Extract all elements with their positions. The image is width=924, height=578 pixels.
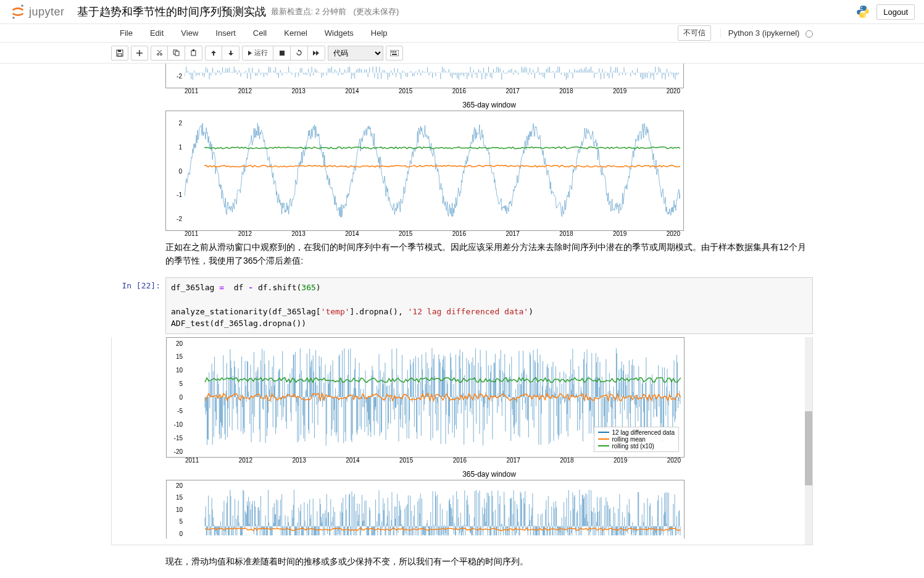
keyboard-icon	[390, 50, 399, 56]
logo-text: jupyter	[29, 6, 65, 19]
save-icon	[116, 49, 123, 57]
paste-icon	[190, 49, 197, 56]
svg-rect-19	[391, 51, 393, 52]
svg-rect-14	[175, 51, 179, 56]
stop-icon	[280, 51, 285, 56]
menu-edit[interactable]: Edit	[141, 25, 172, 41]
add-cell-button[interactable]	[131, 46, 148, 61]
toolbar: 运行 代码	[0, 43, 924, 64]
chart-output-1: -2 2011201220132014201520162017201820192…	[165, 64, 813, 231]
code-input[interactable]: df_365lag = df - df.shift(365) analyze_s…	[165, 277, 813, 334]
svg-point-1	[12, 17, 15, 19]
copy-button[interactable]	[168, 46, 185, 61]
chart3-legend: 12 lag differenced data rolling mean rol…	[594, 427, 679, 452]
kernel-name[interactable]: Python 3 (ipykernel)	[720, 28, 813, 38]
svg-rect-17	[280, 51, 285, 56]
chart4-svg	[185, 484, 681, 535]
chart2-title: 365-day window	[165, 99, 813, 111]
code-cell[interactable]: In [22]: df_365lag = df - df.shift(365) …	[111, 277, 813, 334]
svg-point-3	[864, 15, 865, 17]
arrow-up-icon	[210, 50, 217, 56]
restart-run-all-button[interactable]	[308, 46, 325, 61]
run-button[interactable]: 运行	[242, 46, 273, 61]
interrupt-button[interactable]	[273, 46, 291, 61]
menu-help[interactable]: Help	[362, 25, 396, 41]
menubar: File Edit View Insert Cell Kernel Widget…	[0, 24, 924, 43]
menu-insert[interactable]: Insert	[207, 25, 244, 41]
svg-point-2	[861, 7, 862, 8]
paste-button[interactable]	[185, 46, 202, 61]
plus-icon	[136, 50, 143, 56]
chart4-title: 365-day window	[166, 469, 812, 480]
prompt: In [22]:	[111, 277, 165, 334]
jupyter-icon	[9, 3, 27, 20]
checkpoint-status: 最新检查点: 2 分钟前	[271, 6, 346, 17]
markdown-cell-1[interactable]: 正如在之前从滑动窗口中观察到的，在我们的时间序列中有一个季节模式。因此应该采用差…	[165, 240, 813, 268]
svg-rect-22	[392, 54, 397, 55]
svg-rect-20	[393, 51, 394, 52]
chart1-svg	[185, 67, 680, 85]
chart2-svg	[185, 114, 680, 227]
trust-button[interactable]: 不可信	[678, 25, 711, 41]
header: jupyter 基于趋势和季节性的时间序列预测实战 最新检查点: 2 分钟前 (…	[0, 0, 924, 24]
restart-icon	[296, 49, 302, 56]
save-button[interactable]	[111, 46, 128, 61]
svg-rect-16	[193, 49, 194, 51]
menu-kernel[interactable]: Kernel	[275, 25, 316, 41]
cut-icon	[156, 49, 163, 56]
logout-button[interactable]: Logout	[876, 4, 915, 20]
menu-view[interactable]: View	[172, 25, 207, 41]
fast-forward-icon	[313, 51, 320, 56]
cut-button[interactable]	[151, 46, 168, 61]
move-up-button[interactable]	[205, 46, 222, 61]
jupyter-logo[interactable]: jupyter	[9, 3, 65, 20]
copy-icon	[173, 49, 180, 56]
kernel-indicator-icon	[805, 30, 813, 38]
play-icon	[248, 51, 252, 56]
svg-rect-18	[390, 50, 399, 56]
output-scrollbar[interactable]	[805, 337, 812, 545]
svg-point-0	[21, 4, 23, 7]
svg-rect-5	[118, 50, 121, 52]
svg-rect-21	[395, 51, 396, 52]
output-scroll-area[interactable]: -20-15-10-505101520 12 lag differenced d…	[111, 337, 813, 545]
notebook-title[interactable]: 基于趋势和季节性的时间序列预测实战	[77, 4, 266, 19]
autosave-status: (更改未保存)	[354, 6, 399, 17]
cell-type-select[interactable]: 代码	[328, 46, 383, 61]
markdown-cell-2[interactable]: 现在，滑动均值和标准差随着时间的推移或多或少保持不变，所以我们有一个平稳的时间序…	[165, 555, 813, 568]
command-palette-button[interactable]	[386, 46, 403, 61]
menu-file[interactable]: File	[111, 25, 141, 41]
menu-cell[interactable]: Cell	[244, 25, 275, 41]
restart-button[interactable]	[291, 46, 308, 61]
arrow-down-icon	[228, 50, 234, 56]
menu-widgets[interactable]: Widgets	[316, 25, 362, 41]
notebook-area[interactable]: -2 2011201220132014201520162017201820192…	[0, 64, 924, 577]
python-icon	[855, 4, 870, 19]
move-down-button[interactable]	[222, 46, 239, 61]
svg-rect-15	[191, 51, 196, 56]
svg-rect-6	[118, 54, 122, 56]
